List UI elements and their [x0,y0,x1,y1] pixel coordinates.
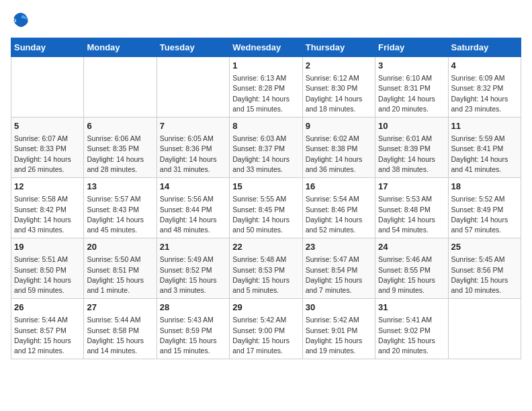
cell-info: Sunrise: 5:52 AMSunset: 8:49 PMDaylight:… [451,194,518,235]
calendar-cell: 24Sunrise: 5:46 AMSunset: 8:55 PMDayligh… [375,238,448,299]
calendar-cell: 20Sunrise: 5:50 AMSunset: 8:51 PMDayligh… [84,238,157,299]
calendar-cell: 17Sunrise: 5:53 AMSunset: 8:48 PMDayligh… [375,178,448,238]
cell-info: Sunrise: 5:43 AMSunset: 8:59 PMDaylight:… [160,315,226,356]
day-number: 9 [306,120,372,132]
calendar-cell: 3Sunrise: 6:10 AMSunset: 8:31 PMDaylight… [375,57,448,118]
day-number: 3 [378,60,445,72]
cell-info: Sunrise: 6:01 AMSunset: 8:39 PMDaylight:… [378,134,445,175]
day-number: 25 [451,241,518,253]
cell-info: Sunrise: 5:49 AMSunset: 8:52 PMDaylight:… [160,255,226,295]
calendar-cell: 13Sunrise: 5:57 AMSunset: 8:43 PMDayligh… [84,178,157,238]
calendar-cell: 6Sunrise: 6:06 AMSunset: 8:35 PMDaylight… [84,118,157,178]
calendar-table: SundayMondayTuesdayWednesdayThursdayFrid… [11,38,521,359]
calendar-cell: 31Sunrise: 5:41 AMSunset: 9:02 PMDayligh… [375,299,448,359]
calendar-cell: 11Sunrise: 5:59 AMSunset: 8:41 PMDayligh… [448,118,521,178]
day-number: 5 [14,120,81,132]
calendar-cell: 26Sunrise: 5:44 AMSunset: 8:57 PMDayligh… [11,299,84,359]
calendar-cell: 9Sunrise: 6:02 AMSunset: 8:38 PMDaylight… [302,118,375,178]
cell-info: Sunrise: 6:09 AMSunset: 8:32 PMDaylight:… [451,73,518,114]
calendar-cell: 10Sunrise: 6:01 AMSunset: 8:39 PMDayligh… [375,118,448,178]
cell-info: Sunrise: 5:54 AMSunset: 8:46 PMDaylight:… [306,194,372,235]
calendar-cell: 29Sunrise: 5:42 AMSunset: 9:00 PMDayligh… [230,299,302,359]
cell-info: Sunrise: 5:51 AMSunset: 8:50 PMDaylight:… [14,255,81,295]
calendar-cell [448,299,521,359]
cell-info: Sunrise: 5:48 AMSunset: 8:53 PMDaylight:… [232,255,299,295]
cell-info: Sunrise: 5:42 AMSunset: 9:01 PMDaylight:… [306,315,372,356]
cell-info: Sunrise: 5:55 AMSunset: 8:45 PMDaylight:… [232,194,299,235]
day-number: 28 [160,302,226,314]
cell-info: Sunrise: 5:44 AMSunset: 8:57 PMDaylight:… [14,315,81,356]
cell-info: Sunrise: 5:45 AMSunset: 8:56 PMDaylight:… [451,255,518,295]
cell-info: Sunrise: 5:44 AMSunset: 8:58 PMDaylight:… [87,315,153,356]
calendar-cell: 28Sunrise: 5:43 AMSunset: 8:59 PMDayligh… [157,299,229,359]
day-number: 7 [160,120,226,132]
calendar-day-header: Monday [84,38,157,57]
calendar-cell: 21Sunrise: 5:49 AMSunset: 8:52 PMDayligh… [157,238,229,299]
calendar-cell [84,57,157,118]
calendar-day-header: Sunday [11,38,84,57]
day-number: 27 [87,302,153,314]
day-number: 1 [232,60,299,72]
cell-info: Sunrise: 5:53 AMSunset: 8:48 PMDaylight:… [378,194,445,235]
cell-info: Sunrise: 5:58 AMSunset: 8:42 PMDaylight:… [14,194,81,235]
day-number: 29 [232,302,299,314]
cell-info: Sunrise: 5:47 AMSunset: 8:54 PMDaylight:… [306,255,372,295]
calendar-day-header: Tuesday [157,38,229,57]
calendar-cell: 14Sunrise: 5:56 AMSunset: 8:44 PMDayligh… [157,178,229,238]
day-number: 15 [232,181,299,193]
calendar-cell [11,57,84,118]
calendar-cell: 7Sunrise: 6:05 AMSunset: 8:36 PMDaylight… [157,118,229,178]
day-number: 23 [306,241,372,253]
day-number: 10 [378,120,445,132]
calendar-cell: 19Sunrise: 5:51 AMSunset: 8:50 PMDayligh… [11,238,84,299]
calendar-day-header: Friday [375,38,448,57]
day-number: 31 [378,302,445,314]
calendar-week-row: 12Sunrise: 5:58 AMSunset: 8:42 PMDayligh… [11,178,521,238]
cell-info: Sunrise: 5:46 AMSunset: 8:55 PMDaylight:… [378,255,445,295]
calendar-cell: 4Sunrise: 6:09 AMSunset: 8:32 PMDaylight… [448,57,521,118]
svg-text:G: G [13,18,17,23]
calendar-week-row: 26Sunrise: 5:44 AMSunset: 8:57 PMDayligh… [11,299,521,359]
day-number: 22 [232,241,299,253]
calendar-cell: 2Sunrise: 6:12 AMSunset: 8:30 PMDaylight… [302,57,375,118]
day-number: 12 [14,181,81,193]
day-number: 19 [14,241,81,253]
day-number: 24 [378,241,445,253]
calendar-cell: 1Sunrise: 6:13 AMSunset: 8:28 PMDaylight… [230,57,302,118]
day-number: 21 [160,241,226,253]
day-number: 14 [160,181,226,193]
day-number: 18 [451,181,518,193]
cell-info: Sunrise: 6:03 AMSunset: 8:37 PMDaylight:… [232,134,299,175]
calendar-week-row: 5Sunrise: 6:07 AMSunset: 8:33 PMDaylight… [11,118,521,178]
day-number: 20 [87,241,153,253]
day-number: 4 [451,60,518,72]
day-number: 8 [232,120,299,132]
day-number: 6 [87,120,153,132]
cell-info: Sunrise: 6:02 AMSunset: 8:38 PMDaylight:… [306,134,372,175]
page-container: G SundayMondayTuesdayWednesdayThursdayFr… [0,0,532,365]
calendar-week-row: 19Sunrise: 5:51 AMSunset: 8:50 PMDayligh… [11,238,521,299]
day-number: 16 [306,181,372,193]
logo: G [11,11,32,30]
cell-info: Sunrise: 6:13 AMSunset: 8:28 PMDaylight:… [232,73,299,114]
calendar-cell: 22Sunrise: 5:48 AMSunset: 8:53 PMDayligh… [230,238,302,299]
calendar-cell: 12Sunrise: 5:58 AMSunset: 8:42 PMDayligh… [11,178,84,238]
day-number: 30 [306,302,372,314]
calendar-day-header: Saturday [448,38,521,57]
calendar-week-row: 1Sunrise: 6:13 AMSunset: 8:28 PMDaylight… [11,57,521,118]
calendar-cell: 23Sunrise: 5:47 AMSunset: 8:54 PMDayligh… [302,238,375,299]
calendar-day-header: Thursday [302,38,375,57]
calendar-cell: 15Sunrise: 5:55 AMSunset: 8:45 PMDayligh… [230,178,302,238]
logo-icon: G [11,11,30,30]
cell-info: Sunrise: 5:41 AMSunset: 9:02 PMDaylight:… [378,315,445,356]
cell-info: Sunrise: 5:50 AMSunset: 8:51 PMDaylight:… [87,255,153,295]
cell-info: Sunrise: 6:06 AMSunset: 8:35 PMDaylight:… [87,134,153,175]
cell-info: Sunrise: 6:12 AMSunset: 8:30 PMDaylight:… [306,73,372,114]
cell-info: Sunrise: 5:42 AMSunset: 9:00 PMDaylight:… [232,315,299,356]
day-number: 26 [14,302,81,314]
cell-info: Sunrise: 5:57 AMSunset: 8:43 PMDaylight:… [87,194,153,235]
calendar-cell: 5Sunrise: 6:07 AMSunset: 8:33 PMDaylight… [11,118,84,178]
calendar-cell: 8Sunrise: 6:03 AMSunset: 8:37 PMDaylight… [230,118,302,178]
cell-info: Sunrise: 6:07 AMSunset: 8:33 PMDaylight:… [14,134,81,175]
calendar-cell: 16Sunrise: 5:54 AMSunset: 8:46 PMDayligh… [302,178,375,238]
